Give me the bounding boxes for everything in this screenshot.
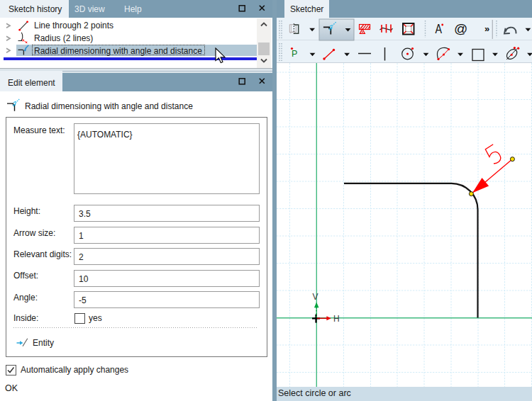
svg-text:@: @ bbox=[454, 21, 467, 36]
svg-text:»: » bbox=[484, 23, 489, 34]
svg-text:H: H bbox=[333, 314, 340, 324]
svg-text:V: V bbox=[313, 292, 318, 302]
svg-text:A: A bbox=[436, 21, 443, 36]
svg-text:P: P bbox=[292, 49, 297, 59]
